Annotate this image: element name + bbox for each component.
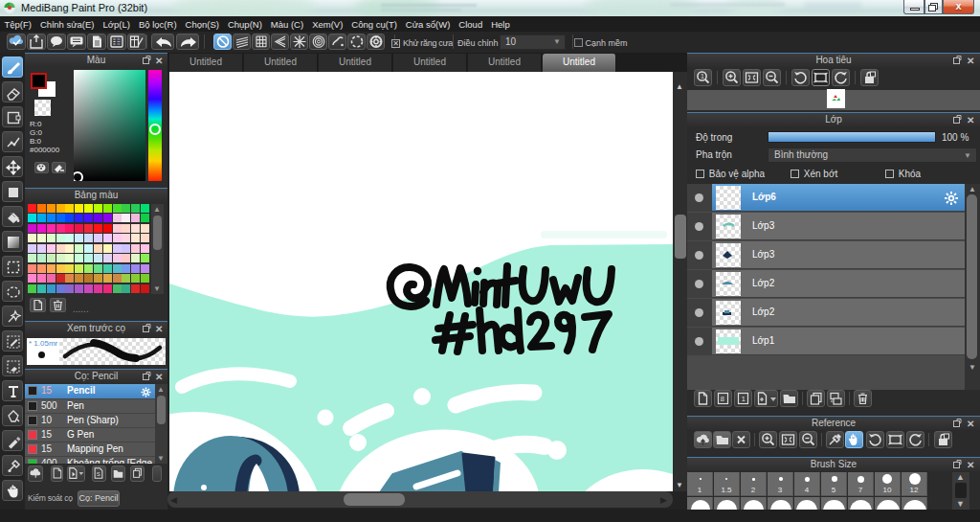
svg-text:1: 1 xyxy=(701,73,704,79)
svg-text:S: S xyxy=(97,471,100,477)
svg-text:1: 1 xyxy=(742,395,746,403)
svg-text:8: 8 xyxy=(721,395,725,403)
